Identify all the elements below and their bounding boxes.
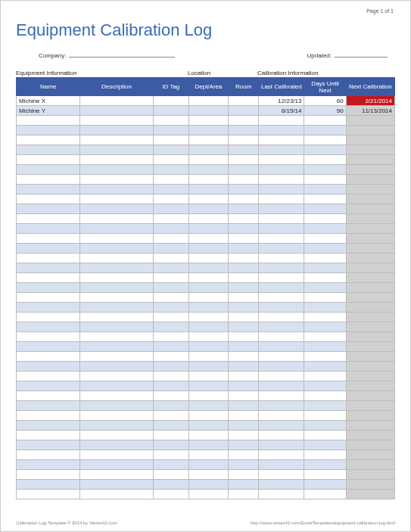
cell[interactable] xyxy=(259,116,304,126)
cell[interactable] xyxy=(304,450,346,460)
cell[interactable] xyxy=(229,135,259,145)
cell[interactable]: 90 xyxy=(304,106,346,116)
cell[interactable] xyxy=(346,440,394,450)
cell[interactable] xyxy=(229,175,259,185)
cell[interactable] xyxy=(346,313,394,322)
cell[interactable] xyxy=(346,273,394,283)
cell[interactable] xyxy=(188,411,228,421)
cell[interactable] xyxy=(229,204,259,214)
cell[interactable] xyxy=(346,194,394,204)
cell[interactable] xyxy=(304,204,346,214)
cell[interactable] xyxy=(304,185,346,194)
cell[interactable] xyxy=(188,352,228,362)
cell[interactable] xyxy=(304,155,346,165)
cell[interactable] xyxy=(346,116,394,126)
cell[interactable] xyxy=(346,283,394,293)
cell[interactable] xyxy=(80,332,153,342)
cell[interactable] xyxy=(259,411,304,421)
cell[interactable] xyxy=(188,470,228,480)
cell[interactable] xyxy=(188,96,228,106)
cell[interactable] xyxy=(304,381,346,391)
cell[interactable]: Michine X xyxy=(17,96,80,106)
cell[interactable] xyxy=(346,352,394,362)
cell[interactable] xyxy=(80,313,153,322)
cell[interactable] xyxy=(346,165,394,175)
cell[interactable] xyxy=(80,234,153,244)
cell[interactable] xyxy=(304,342,346,352)
cell[interactable] xyxy=(17,224,80,234)
cell[interactable] xyxy=(229,460,259,470)
cell[interactable] xyxy=(188,126,228,135)
cell[interactable] xyxy=(346,303,394,313)
cell[interactable] xyxy=(188,224,228,234)
cell[interactable] xyxy=(304,273,346,283)
cell[interactable] xyxy=(346,391,394,401)
cell[interactable] xyxy=(304,372,346,381)
cell[interactable] xyxy=(304,135,346,145)
cell[interactable] xyxy=(304,254,346,263)
cell[interactable] xyxy=(229,401,259,411)
cell[interactable] xyxy=(153,470,188,480)
cell[interactable] xyxy=(80,194,153,204)
cell[interactable] xyxy=(259,381,304,391)
cell[interactable] xyxy=(304,263,346,273)
cell[interactable] xyxy=(229,194,259,204)
cell[interactable] xyxy=(304,460,346,470)
cell[interactable] xyxy=(188,165,228,175)
cell[interactable] xyxy=(80,391,153,401)
cell[interactable] xyxy=(80,155,153,165)
cell[interactable] xyxy=(153,175,188,185)
cell[interactable] xyxy=(17,332,80,342)
cell[interactable] xyxy=(259,224,304,234)
cell[interactable] xyxy=(153,214,188,224)
cell[interactable] xyxy=(80,145,153,155)
cell[interactable] xyxy=(304,421,346,431)
cell[interactable] xyxy=(80,244,153,254)
cell[interactable] xyxy=(304,391,346,401)
cell[interactable] xyxy=(153,460,188,470)
cell[interactable] xyxy=(229,116,259,126)
cell[interactable] xyxy=(188,342,228,352)
cell[interactable] xyxy=(304,440,346,450)
cell[interactable] xyxy=(346,224,394,234)
cell[interactable] xyxy=(17,175,80,185)
cell[interactable] xyxy=(153,372,188,381)
cell[interactable] xyxy=(304,490,346,499)
cell[interactable] xyxy=(17,273,80,283)
cell[interactable] xyxy=(153,224,188,234)
cell[interactable] xyxy=(229,372,259,381)
cell[interactable] xyxy=(80,411,153,421)
cell[interactable] xyxy=(17,431,80,440)
cell[interactable] xyxy=(346,332,394,342)
cell[interactable] xyxy=(153,96,188,106)
cell[interactable] xyxy=(304,234,346,244)
cell[interactable] xyxy=(80,431,153,440)
cell[interactable] xyxy=(229,96,259,106)
cell[interactable] xyxy=(17,263,80,273)
cell[interactable] xyxy=(229,244,259,254)
cell[interactable] xyxy=(17,293,80,303)
cell[interactable] xyxy=(259,440,304,450)
cell[interactable] xyxy=(188,194,228,204)
cell[interactable] xyxy=(153,431,188,440)
cell[interactable] xyxy=(259,155,304,165)
cell[interactable] xyxy=(17,450,80,460)
cell[interactable] xyxy=(80,214,153,224)
cell[interactable] xyxy=(17,440,80,450)
cell[interactable] xyxy=(346,263,394,273)
cell[interactable] xyxy=(17,254,80,263)
cell[interactable] xyxy=(259,273,304,283)
cell[interactable] xyxy=(188,116,228,126)
cell[interactable] xyxy=(80,185,153,194)
cell[interactable] xyxy=(17,352,80,362)
cell[interactable] xyxy=(259,470,304,480)
cell[interactable] xyxy=(259,283,304,293)
cell[interactable] xyxy=(80,224,153,234)
cell[interactable]: Michine Y xyxy=(17,106,80,116)
company-field[interactable] xyxy=(69,51,175,58)
cell[interactable] xyxy=(188,381,228,391)
cell[interactable] xyxy=(153,381,188,391)
cell[interactable] xyxy=(17,283,80,293)
cell[interactable] xyxy=(153,155,188,165)
cell[interactable] xyxy=(17,145,80,155)
